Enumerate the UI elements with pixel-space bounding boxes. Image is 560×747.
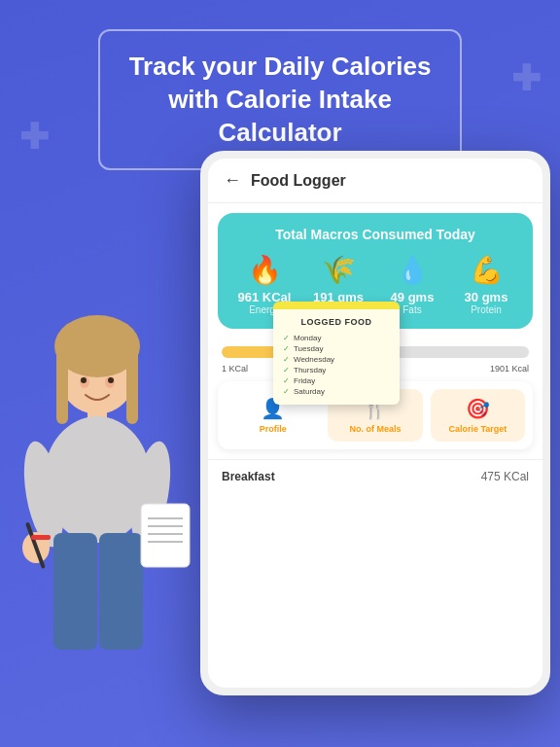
breakfast-kcal: 475 KCal: [481, 470, 529, 483]
logged-food-wednesday: ✓ Wednesday: [283, 354, 390, 365]
food-logger-title: Food Logger: [251, 172, 346, 190]
svg-rect-12: [99, 533, 143, 650]
svg-rect-3: [126, 346, 138, 424]
food-logger-header: ← Food Logger: [208, 159, 542, 203]
progress-end-label: 1901 Kcal: [490, 364, 529, 374]
svg-rect-13: [141, 504, 190, 567]
svg-rect-11: [53, 533, 97, 650]
fats-label: Fats: [402, 304, 421, 315]
protein-label: Protein: [471, 304, 502, 315]
logged-food-note: LOGGED FOOD ✓ Monday ✓ Tuesday ✓ Wednesd…: [273, 302, 400, 405]
tab-calorie-target[interactable]: 🎯 Calorie Target: [431, 389, 525, 442]
calorie-target-label: Calorie Target: [448, 424, 507, 434]
protein-value: 30 gms: [465, 290, 508, 304]
svg-rect-2: [56, 346, 68, 424]
macros-card-title: Total Macros Consumed Today: [228, 227, 523, 242]
svg-point-22: [108, 377, 114, 383]
meals-label: No. of Meals: [349, 424, 401, 434]
header-box: Track your Daily Calorieswith Calorie In…: [98, 29, 463, 170]
check-icon-saturday: ✓: [283, 387, 290, 396]
tablet-device: ← Food Logger Total Macros Consumed Toda…: [200, 151, 550, 695]
logged-food-monday: ✓ Monday: [283, 333, 390, 343]
breakfast-label: Breakfast: [222, 470, 275, 483]
logged-food-thursday: ✓ Thursday: [283, 365, 390, 375]
carbs-icon: 🌾: [322, 254, 356, 286]
profile-label: Profile: [260, 424, 287, 434]
protein-icon: 💪: [470, 254, 504, 286]
svg-point-21: [81, 377, 87, 383]
check-icon-tuesday: ✓: [283, 344, 290, 353]
logged-food-saturday: ✓ Saturday: [283, 386, 390, 397]
check-icon-wednesday: ✓: [283, 355, 290, 364]
logged-food-tuesday: ✓ Tuesday: [283, 343, 390, 354]
fats-icon: 💧: [396, 254, 430, 286]
logged-food-friday: ✓ Friday: [283, 375, 390, 386]
calorie-target-icon: 🎯: [466, 397, 490, 420]
check-icon-monday: ✓: [283, 334, 290, 342]
breakfast-row: Breakfast 475 KCal: [208, 459, 542, 493]
back-button[interactable]: ←: [224, 170, 241, 191]
check-icon-thursday: ✓: [283, 366, 290, 374]
macro-protein: 💪 30 gms Protein: [449, 254, 523, 315]
energy-icon: 🔥: [248, 254, 282, 286]
header-title: Track your Daily Calorieswith Calorie In…: [129, 51, 432, 149]
progress-start-label: 1 KCal: [222, 364, 248, 374]
tablet-screen: ← Food Logger Total Macros Consumed Toda…: [208, 159, 542, 688]
person-figure: [0, 290, 204, 698]
svg-rect-18: [31, 535, 51, 540]
check-icon-friday: ✓: [283, 376, 290, 385]
logged-food-title: LOGGED FOOD: [283, 317, 390, 327]
